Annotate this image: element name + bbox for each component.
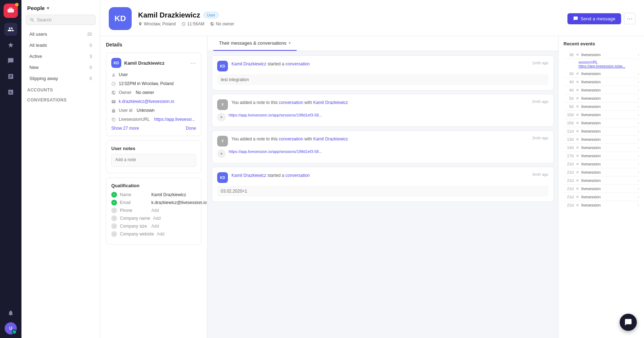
search-icon [30, 18, 35, 23]
menu-item-slipping-away[interactable]: Slipping away 0 [24, 73, 98, 84]
event-row-8: 11d livesession › [564, 127, 639, 135]
nav-notification-icon[interactable] [4, 307, 17, 319]
app-logo [4, 4, 18, 18]
event-label-4: livesession [581, 96, 635, 100]
conv-action-link-3[interactable]: conversation [279, 136, 303, 141]
event-chevron-11[interactable]: › [638, 154, 639, 158]
event-dot-9 [576, 138, 579, 140]
panel-chevron-icon[interactable]: ▾ [47, 6, 49, 11]
person-name: Kamil Drazkiewicz [124, 60, 165, 66]
event-chevron-7[interactable]: › [638, 121, 639, 125]
menu-item-all-users[interactable]: All users 20 [24, 29, 98, 39]
profile-meta: Wrocław, Poland 11:56AM No owner [138, 21, 561, 26]
send-message-button[interactable]: Send a message [567, 13, 621, 24]
person-options-button[interactable]: ⋯ [190, 60, 196, 66]
event-chevron-12[interactable]: › [638, 162, 639, 166]
svg-rect-1 [9, 8, 13, 10]
event-label-2: livesession [581, 80, 635, 84]
detail-userid-row: User id Unknown [111, 108, 196, 114]
section-conversations: Conversations [21, 94, 100, 104]
show-more[interactable]: Show 27 more Done [111, 126, 196, 131]
event-chevron-4[interactable]: › [638, 96, 639, 100]
menu-count-all-users: 20 [87, 32, 92, 37]
conv-person-link-3[interactable]: Kamil Drazkiewicz [313, 136, 348, 141]
nav-people-icon[interactable] [4, 23, 17, 36]
detail-lsurl-value: https://app.livesessi... [154, 117, 195, 122]
event-chevron-2[interactable]: › [638, 80, 639, 84]
menu-item-all-leads[interactable]: All leads 0 [24, 40, 98, 50]
qual-row-phone: ○ Phone Add [111, 208, 196, 213]
more-options-button[interactable]: ⋯ [624, 13, 635, 24]
user-avatar[interactable]: U [5, 322, 17, 334]
conversations-toolbar: Their messages & conversations ▾ [208, 36, 558, 51]
qual-label-company-website: Company website [120, 232, 154, 237]
event-chevron-0[interactable]: › [638, 53, 639, 57]
event-dot-3 [576, 89, 579, 91]
nav-chat-icon[interactable] [4, 54, 17, 67]
event-row-6: 10d livesession › [564, 111, 639, 119]
event-chevron-1[interactable]: › [638, 72, 639, 76]
qual-label-name: Name [120, 192, 148, 197]
conv-person-link-2[interactable]: Kamil Drazkiewicz [313, 100, 348, 105]
recording-url-3[interactable]: https://app.livesession.io/app/sessions/… [229, 149, 322, 154]
event-row-15: 21d livesession › [564, 185, 639, 193]
event-chevron-9[interactable]: › [638, 138, 639, 141]
location-icon [138, 22, 142, 26]
nav-book-icon[interactable] [4, 70, 17, 83]
event-row-7: 10d livesession › [564, 119, 639, 127]
menu-count-new: 0 [89, 65, 92, 70]
conv-desc-2: You added a note to this conversation wi… [231, 99, 528, 106]
event-dot-1 [576, 73, 579, 75]
conv-recording-3: https://app.livesession.io/app/sessions/… [217, 149, 548, 158]
conv-action-link-1[interactable]: conversation [286, 61, 310, 66]
search-button[interactable]: Search [26, 15, 96, 25]
person-avatar: KD [111, 58, 121, 68]
event-time-13: 21d [564, 170, 574, 174]
tab-chevron-icon: ▾ [289, 41, 291, 45]
menu-item-active[interactable]: Active 3 [24, 51, 98, 61]
event-label-9: livesession [581, 137, 635, 141]
qual-value-email: k.drazkiewicz@livesession.io [151, 200, 207, 205]
event-chevron-15[interactable]: › [638, 187, 639, 191]
chat-bubble[interactable] [620, 314, 637, 331]
event-chevron-6[interactable]: › [638, 113, 639, 117]
conv-action-link-2[interactable]: conversation [279, 100, 303, 105]
conv-actor-link-4[interactable]: Kamil Drazkiewicz [231, 173, 266, 178]
event-chevron-3[interactable]: › [638, 88, 639, 92]
event-chevron-13[interactable]: › [638, 170, 639, 174]
event-row-5: 5d livesession › [564, 103, 639, 111]
event-label-15: livesession [581, 187, 635, 191]
notes-input[interactable] [111, 154, 196, 167]
qual-check-company-name: ○ [111, 215, 117, 221]
conversation-item-3: Y You added a note to this conversation … [212, 130, 554, 163]
detail-role-row: User [111, 72, 196, 78]
event-chevron-10[interactable]: › [638, 146, 639, 150]
session-url-link[interactable]: https://app.livesession.io/ap... [579, 64, 625, 68]
person-name-row: KD Kamil Drazkiewicz [111, 58, 165, 68]
event-chevron-8[interactable]: › [638, 129, 639, 133]
qual-add-company-name[interactable]: Add [153, 216, 161, 221]
event-chevron-16[interactable]: › [638, 195, 639, 199]
qual-add-company-size[interactable]: Add [151, 224, 159, 229]
conv-actor-link-1[interactable]: Kamil Drazkiewicz [231, 61, 266, 66]
conv-action-link-4[interactable]: conversation [286, 173, 310, 178]
detail-lsurl-row: LivesessionURL https://app.livesessi... [111, 117, 196, 123]
nav-chart-icon[interactable] [4, 86, 17, 99]
qual-add-company-website[interactable]: Add [157, 232, 164, 237]
event-label-6: livesession [581, 113, 635, 117]
qual-label-phone: Phone [120, 208, 148, 213]
event-row-3: 4d livesession › [564, 86, 639, 94]
person-detail-card: KD Kamil Drazkiewicz ⋯ User [106, 53, 201, 136]
nav-star-icon[interactable] [4, 39, 17, 51]
event-chevron-17[interactable]: › [638, 203, 639, 207]
event-chevron-14[interactable]: › [638, 179, 639, 183]
detail-owner-row: Owner No owner [111, 90, 196, 96]
qual-add-phone[interactable]: Add [151, 208, 159, 213]
detail-lsurl-label: LivesessionURL [119, 117, 150, 122]
recording-url-2[interactable]: https://app.livesession.io/app/sessions/… [229, 113, 322, 117]
detail-owner-label: Owner [119, 90, 131, 95]
conversations-tab[interactable]: Their messages & conversations ▾ [213, 36, 297, 51]
menu-item-new[interactable]: New 0 [24, 62, 98, 73]
event-chevron-5[interactable]: › [638, 105, 639, 109]
chat-bubble-icon [624, 318, 632, 326]
